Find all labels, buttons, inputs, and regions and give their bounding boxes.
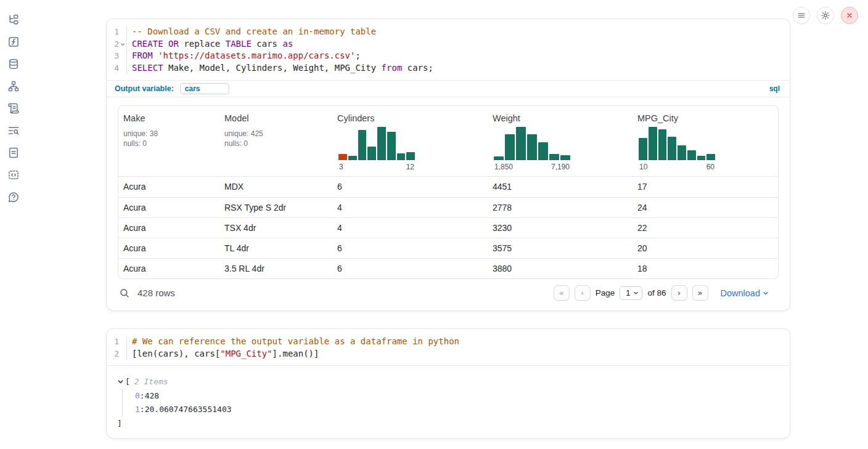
sidebar: [0, 0, 27, 449]
token-plain: ].mean()]: [272, 349, 319, 358]
line-number: 2: [107, 348, 119, 360]
histogram-bar: [387, 132, 396, 160]
column-name[interactable]: MPG_City: [637, 113, 773, 123]
last-page-button[interactable]: »: [692, 285, 708, 301]
sql-code-editor[interactable]: 1-- Download a CSV and create an in-memo…: [107, 19, 790, 80]
token-keyword: from: [382, 63, 403, 73]
tree-root-row: [ 2 Items: [117, 374, 780, 389]
table-row[interactable]: AcuraTSX 4dr4323022: [118, 217, 778, 238]
table-row[interactable]: AcuraMDX6445117: [118, 177, 778, 197]
histogram-bars: [338, 127, 415, 160]
close-x-icon: [845, 10, 854, 20]
token-plain: cars;: [402, 63, 433, 73]
histogram-bar: [406, 152, 415, 160]
code-text[interactable]: FROM 'https://datasets.marimo.app/cars.c…: [127, 50, 790, 62]
token-plain: [153, 51, 158, 60]
code-text[interactable]: -- Download a CSV and create an in-memor…: [127, 26, 790, 38]
collapse-chevron-icon[interactable]: [117, 378, 124, 385]
column-name[interactable]: Cylinders: [337, 113, 483, 123]
function-square-icon[interactable]: [7, 36, 20, 48]
histogram: 1,8507,190: [494, 127, 570, 171]
table-footer: 428 rows « ‹ Page 1 of 86 › » Download: [118, 279, 779, 307]
column-header-make: Makeunique: 38nulls: 0: [118, 106, 219, 176]
histogram-bar: [706, 154, 715, 160]
hamburger-icon-button[interactable]: [793, 7, 810, 24]
histogram-bar: [367, 147, 376, 160]
items-count-label: 2 Items: [134, 377, 168, 386]
gear-icon-button[interactable]: [817, 7, 834, 24]
column-name[interactable]: Weight: [493, 113, 628, 123]
code-line[interactable]: 1# We can reference the output variable …: [107, 336, 790, 348]
code-line[interactable]: 2[len(cars), cars["MPG_City"].mean()]: [107, 348, 790, 360]
code-line[interactable]: 3FROM 'https://datasets.marimo.app/cars.…: [107, 50, 790, 62]
table-cell: 24: [633, 203, 778, 212]
histogram-bar: [377, 127, 386, 160]
code-text[interactable]: # We can reference the output variable a…: [127, 336, 790, 348]
topbar: [793, 7, 858, 24]
histogram-bar: [348, 156, 357, 160]
snippets-icon[interactable]: [7, 169, 20, 181]
open-bracket: [: [125, 377, 130, 386]
token-keyword: SELECT: [132, 63, 163, 73]
table-cell: 6: [332, 243, 488, 253]
help-icon[interactable]: [7, 191, 20, 203]
python-code-editor[interactable]: 1# We can reference the output variable …: [107, 329, 790, 365]
table-cell: 3230: [488, 223, 633, 233]
sql-cell: 1-- Download a CSV and create an in-memo…: [106, 18, 790, 311]
close-x-icon-button[interactable]: [841, 7, 858, 24]
code-line[interactable]: 2CREATE OR replace TABLE cars as: [107, 38, 790, 51]
histogram-bars: [639, 127, 715, 160]
document-icon[interactable]: [7, 147, 20, 159]
histogram-bar: [687, 150, 696, 160]
tree-entry: 1: 20.060747663551403: [135, 402, 780, 416]
table-row[interactable]: Acura3.5 RL 4dr6388018: [118, 258, 778, 278]
histogram: 1060: [639, 127, 715, 171]
list-search-icon[interactable]: [7, 124, 20, 137]
histogram-bar: [516, 127, 526, 160]
search-icon[interactable]: [119, 288, 130, 299]
dependency-graph-icon[interactable]: [7, 80, 20, 92]
fold-chevron-icon[interactable]: [119, 38, 126, 51]
code-line[interactable]: 1-- Download a CSV and create an in-memo…: [107, 26, 790, 38]
histogram: 312: [338, 127, 415, 171]
code-text[interactable]: [len(cars), cars["MPG_City"].mean()]: [127, 348, 790, 360]
tree-entry: 0: 428: [135, 389, 780, 403]
page-select[interactable]: 1: [620, 286, 642, 300]
token-plain: ;: [355, 51, 360, 60]
first-page-button[interactable]: «: [554, 285, 570, 301]
database-icon[interactable]: [7, 58, 20, 70]
next-page-button[interactable]: ›: [671, 285, 687, 301]
fold-slot: [119, 348, 126, 360]
column-header-cylinders: Cylinders312: [332, 106, 488, 176]
output-tree: [ 2 Items 0: 4281: 20.060747663551403 ]: [107, 366, 790, 430]
table-cell: 2778: [488, 203, 633, 212]
table-cell: 4451: [488, 182, 633, 192]
output-variable-input[interactable]: [180, 83, 229, 94]
file-tree-icon[interactable]: [7, 14, 20, 26]
token-plain: replace: [179, 39, 226, 49]
code-text[interactable]: SELECT Make, Model, Cylinders, Weight, M…: [127, 62, 790, 75]
scroll-icon[interactable]: [7, 102, 20, 115]
table-cell: Acura: [118, 182, 219, 192]
axis-min-label: 1,850: [494, 163, 513, 171]
table-row[interactable]: AcuraTL 4dr6357520: [118, 238, 778, 258]
code-line[interactable]: 4SELECT Make, Model, Cylinders, Weight, …: [107, 62, 790, 75]
column-name[interactable]: Model: [224, 113, 327, 123]
download-button[interactable]: Download: [721, 288, 769, 298]
token-string: 'https://datasets.marimo.app/cars.csv': [158, 51, 355, 60]
code-text[interactable]: CREATE OR replace TABLE cars as: [127, 38, 790, 51]
histogram-bar: [358, 130, 367, 160]
histogram-bar: [668, 137, 676, 160]
table-row[interactable]: AcuraRSX Type S 2dr4277824: [118, 197, 778, 217]
column-name[interactable]: Make: [123, 113, 215, 123]
histogram-bar: [560, 155, 570, 160]
tree-entry-value: 428: [145, 391, 159, 400]
previous-page-button[interactable]: ‹: [575, 285, 591, 301]
table-cell: 3880: [488, 264, 633, 273]
token-plain: cars: [252, 39, 283, 49]
page-select-value: 1: [626, 288, 630, 297]
tree-entry-value: 20.060747663551403: [145, 405, 232, 414]
line-number: 3: [107, 50, 119, 62]
chevron-down-icon: [763, 290, 769, 296]
token-comment: -- Download a CSV and create an in-memor…: [132, 26, 376, 36]
